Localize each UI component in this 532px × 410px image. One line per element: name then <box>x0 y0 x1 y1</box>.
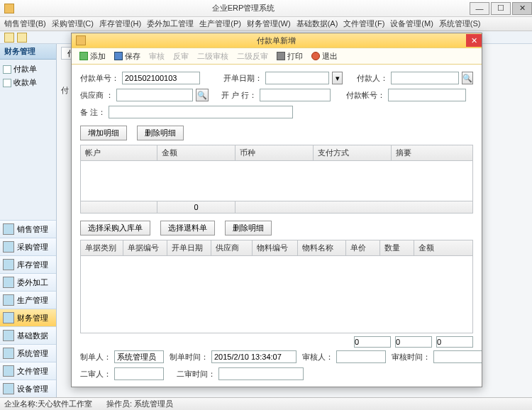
sidebar-item-finance[interactable]: 财务管理 <box>0 309 56 326</box>
print-button[interactable]: 打印 <box>273 50 306 63</box>
select-purchase-in-button[interactable]: 选择采购入库单 <box>80 221 150 236</box>
input-remark[interactable] <box>109 106 293 118</box>
quick-icon[interactable] <box>17 33 27 43</box>
col-billno[interactable]: 单据编号 <box>123 240 167 255</box>
col-amt[interactable]: 金额 <box>414 240 472 255</box>
payment-dialog: 付款单新增 ✕ 添加 保存 审核 反审 二级审核 二级反审 打印 退出 付款单号… <box>71 33 482 387</box>
col-supplier[interactable]: 供应商 <box>211 240 253 255</box>
module-icon <box>3 277 14 288</box>
col-matno[interactable]: 物料编号 <box>253 240 298 255</box>
sidebar-item-production[interactable]: 生产管理 <box>0 291 56 309</box>
col-matname[interactable]: 物料名称 <box>298 240 346 255</box>
menu-bar: 销售管理(B) 采购管理(C) 库存管理(H) 委外加工管理 生产管理(P) 财… <box>0 17 532 31</box>
sidebar-item-files[interactable]: 文件管理 <box>0 362 56 379</box>
module-icon <box>3 312 14 323</box>
sidebar-item-purchase[interactable]: 采购管理 <box>0 238 56 255</box>
menu-item[interactable]: 财务管理(W) <box>245 17 292 31</box>
save-icon <box>114 52 123 60</box>
col-billtype[interactable]: 单据类别 <box>81 240 123 255</box>
menu-item[interactable]: 委外加工管理 <box>145 17 195 31</box>
col-summary[interactable]: 摘要 <box>392 145 472 160</box>
tree-item-receipt[interactable]: 收款单 <box>1 76 55 89</box>
tree-label: 付款单 <box>13 64 37 74</box>
menu-item[interactable]: 生产管理(P) <box>198 17 243 31</box>
dialog-titlebar: 付款单新增 ✕ <box>72 33 482 48</box>
minimize-button[interactable]: — <box>470 2 489 15</box>
dialog-close-button[interactable]: ✕ <box>466 34 482 47</box>
tree-label: 收款单 <box>13 77 37 88</box>
search-supplier-icon[interactable]: 🔍 <box>196 89 209 101</box>
module-icon <box>3 365 14 377</box>
small-input[interactable] <box>436 336 473 348</box>
menu-item[interactable]: 文件管理(F) <box>342 17 386 31</box>
app-title: 企业ERP管理系统 <box>18 3 468 13</box>
menu-item[interactable]: 库存管理(H) <box>98 17 143 31</box>
input-date[interactable] <box>265 72 329 84</box>
col-amount[interactable]: 金额 <box>157 145 235 160</box>
sidebar-tree: 付款单 收款单 <box>0 60 56 173</box>
add-button[interactable]: 添加 <box>76 50 109 63</box>
input-payer[interactable] <box>391 72 459 84</box>
close-button[interactable]: ✕ <box>512 2 532 15</box>
input-bank[interactable] <box>260 89 331 101</box>
sidebar: 财务管理 付款单 收款单 销售管理 采购管理 库存管理 委外加工 生产管理 财务… <box>0 44 57 397</box>
sidebar-item-device[interactable]: 设备管理 <box>0 379 56 397</box>
sidebar-item-outsource[interactable]: 委外加工 <box>0 273 56 291</box>
label-acct: 付款帐号： <box>346 90 385 101</box>
small-input[interactable] <box>395 336 432 348</box>
label-supplier: 供应商 ： <box>80 90 113 101</box>
table-body[interactable] <box>81 256 472 333</box>
col-paymethod[interactable]: 支付方式 <box>314 145 392 160</box>
input-no[interactable] <box>122 72 200 84</box>
window-titlebar: 企业ERP管理系统 — ☐ ✕ <box>0 0 532 17</box>
select-return-button[interactable]: 选择退料单 <box>160 221 215 236</box>
status-operator: 操作员: 系统管理员 <box>106 399 173 409</box>
maximize-button[interactable]: ☐ <box>491 2 511 15</box>
audit-button[interactable]: 审核 <box>145 50 168 63</box>
save-button[interactable]: 保存 <box>111 50 144 63</box>
add-detail-button[interactable]: 增加明细 <box>80 126 127 140</box>
input-auditor <box>336 350 386 363</box>
menu-item[interactable]: 销售管理(B) <box>3 17 48 31</box>
col-currency[interactable]: 币种 <box>235 145 314 160</box>
col-billdate[interactable]: 开单日期 <box>167 240 211 255</box>
module-icon <box>3 223 14 235</box>
col-price[interactable]: 单价 <box>346 240 380 255</box>
document-icon <box>3 79 11 87</box>
menu-item[interactable]: 系统管理(S) <box>438 17 482 31</box>
input-supplier[interactable] <box>116 89 193 101</box>
date-dropdown-icon[interactable]: ▾ <box>332 72 343 84</box>
sidebar-item-system[interactable]: 系统管理 <box>0 344 56 362</box>
sidebar-item-stock[interactable]: 库存管理 <box>0 255 56 273</box>
unaudit2-button[interactable]: 二级反审 <box>233 50 272 63</box>
input-audittime <box>433 350 482 363</box>
exit-button[interactable]: 退出 <box>308 50 341 63</box>
status-bar: 企业名称:天心软件工作室 操作员: 系统管理员 <box>0 397 532 410</box>
delete-detail2-button[interactable]: 删除明细 <box>225 221 272 236</box>
quick-icon[interactable] <box>4 33 14 43</box>
col-qty[interactable]: 数量 <box>380 240 414 255</box>
exit-icon <box>311 52 320 60</box>
sidebar-header: 财务管理 <box>0 44 56 60</box>
search-payer-icon[interactable]: 🔍 <box>462 72 473 84</box>
menu-item[interactable]: 采购管理(C) <box>50 17 95 31</box>
sidebar-item-sales[interactable]: 销售管理 <box>0 220 56 238</box>
sidebar-item-basicdata[interactable]: 基础数据 <box>0 326 56 344</box>
label-date: 开单日期： <box>223 73 262 84</box>
tree-item-payment[interactable]: 付款单 <box>1 62 55 76</box>
source-table: 单据类别 单据编号 开单日期 供应商 物料编号 物料名称 单价 数量 金额 <box>80 240 473 333</box>
audit2-button[interactable]: 二级审核 <box>194 50 232 63</box>
document-icon <box>3 65 11 74</box>
small-input[interactable] <box>354 336 391 348</box>
module-icon <box>3 330 14 341</box>
input-acct[interactable] <box>388 89 466 101</box>
unaudit-button[interactable]: 反审 <box>170 50 192 63</box>
menu-item[interactable]: 设备管理(M) <box>389 17 435 31</box>
footer-small-inputs <box>80 333 473 350</box>
table-body[interactable] <box>81 161 472 201</box>
menu-item[interactable]: 基础数据(A) <box>295 17 340 31</box>
col-account[interactable]: 帐户 <box>81 145 157 160</box>
delete-detail-button[interactable]: 删除明细 <box>137 126 184 140</box>
input-audittime2 <box>218 367 304 380</box>
dialog-title: 付款单新增 <box>86 35 466 46</box>
